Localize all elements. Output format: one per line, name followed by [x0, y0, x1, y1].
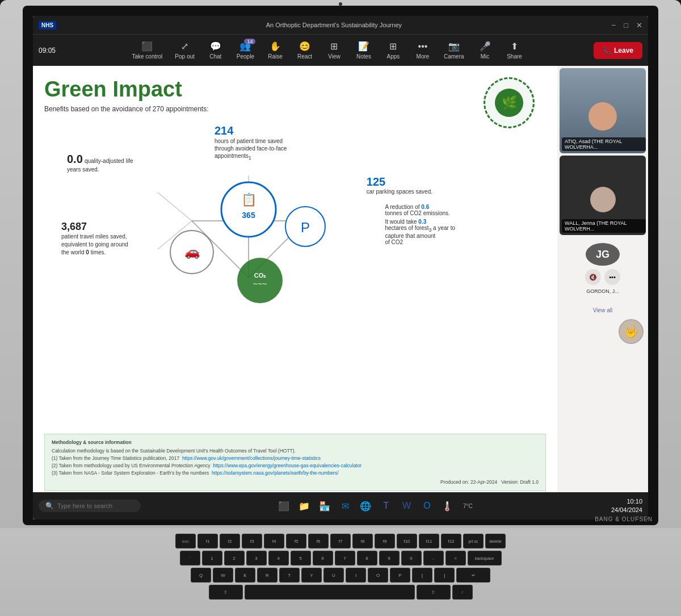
- notes-button[interactable]: 📝 Notes: [350, 37, 378, 63]
- screen-content: NHS An Orthoptic Department's Sustainabi…: [33, 16, 648, 519]
- people-button[interactable]: 👥 14 People: [231, 37, 260, 63]
- key-f11[interactable]: f11: [419, 534, 439, 548]
- key-4[interactable]: 4: [268, 551, 289, 565]
- taskview-icon[interactable]: ⬛: [275, 497, 293, 515]
- key-enter[interactable]: ↵: [456, 568, 490, 583]
- search-input[interactable]: [57, 502, 131, 509]
- mail-icon[interactable]: ✉: [336, 497, 354, 515]
- camera-button[interactable]: 📷 Camera: [438, 37, 470, 63]
- key-t[interactable]: T: [279, 568, 300, 583]
- stat-travel-miles: 3,687 patient travel miles saved,equival…: [61, 221, 128, 257]
- key-1[interactable]: 1: [202, 551, 222, 565]
- key-u[interactable]: U: [323, 568, 344, 583]
- phone-icon: 📞: [603, 47, 611, 55]
- key-f9[interactable]: f9: [375, 534, 395, 548]
- explorer-icon[interactable]: 📁: [295, 497, 313, 515]
- keyboard-row-qwerty: Q W E R T Y U I O P [ ] ↵: [34, 568, 647, 583]
- svg-text:365: 365: [242, 211, 255, 220]
- toolbar-items: ⬛ Take control ⤢ Pop out 💬 Chat: [64, 37, 591, 63]
- maximize-button[interactable]: □: [624, 21, 628, 30]
- stat-co2: A reduction of 0.6 tonnes of CO2 emissio…: [385, 204, 455, 245]
- key-lbracket[interactable]: [: [412, 568, 432, 583]
- leave-button[interactable]: 📞 Leave: [594, 42, 642, 59]
- key-w[interactable]: W: [213, 568, 233, 583]
- key-esc[interactable]: esc: [175, 534, 196, 548]
- raise-button[interactable]: ✋ Raise: [261, 37, 289, 63]
- key-q[interactable]: Q: [191, 568, 211, 583]
- key-f1[interactable]: f1: [197, 534, 218, 548]
- key-rbracket[interactable]: ]: [434, 568, 455, 583]
- teams-icon[interactable]: T: [377, 497, 395, 515]
- view-all-button[interactable]: View all: [593, 307, 612, 313]
- store-icon[interactable]: 🏪: [316, 497, 334, 515]
- chat-button[interactable]: 💬 Chat: [201, 37, 230, 63]
- key-prtsc[interactable]: prt sc: [463, 534, 484, 548]
- key-f5[interactable]: f5: [286, 534, 306, 548]
- weather-icon[interactable]: 🌡️: [438, 497, 456, 515]
- taskbar: 🔍 ⬛ 📁 🏪 ✉ 🌐 T W O 🌡️ 7°C: [33, 492, 648, 519]
- teams-titlebar: NHS An Orthoptic Department's Sustainabi…: [33, 16, 648, 34]
- key-f3[interactable]: f3: [242, 534, 262, 548]
- key-0[interactable]: 0: [401, 551, 422, 565]
- key-i[interactable]: I: [346, 568, 366, 583]
- pop-out-button[interactable]: ⤢ Pop out: [169, 37, 200, 63]
- key-8[interactable]: 8: [357, 551, 377, 565]
- key-r[interactable]: R: [257, 568, 278, 583]
- participant-gordon-more[interactable]: •••: [604, 269, 620, 285]
- camera-label: Camera: [444, 53, 464, 60]
- meeting-area: 🌿 Green Impact Benefits based on the avo…: [33, 66, 648, 519]
- key-6[interactable]: 6: [313, 551, 333, 565]
- version-label: Version: Draft 1.0: [501, 479, 539, 485]
- participant-gordon-mic-off[interactable]: 🔇: [585, 269, 601, 285]
- key-shift-right[interactable]: ⇧: [417, 585, 451, 600]
- word-icon[interactable]: W: [397, 497, 415, 515]
- key-f8[interactable]: f8: [352, 534, 373, 548]
- camera-icon: 📷: [448, 41, 460, 52]
- close-button[interactable]: ✕: [636, 21, 642, 30]
- stat-car-parking: 125 car parking spaces saved.: [367, 175, 432, 195]
- key-p[interactable]: P: [390, 568, 410, 583]
- mic-icon: 🎤: [480, 41, 491, 52]
- edge-icon[interactable]: 🌐: [356, 497, 375, 515]
- key-y[interactable]: Y: [301, 568, 322, 583]
- taskbar-icons: ⬛ 📁 🏪 ✉ 🌐 T W O 🌡️ 7°C: [144, 497, 608, 515]
- react-button[interactable]: 😊 React: [291, 37, 319, 63]
- key-3[interactable]: 3: [246, 551, 267, 565]
- outlook-icon[interactable]: O: [418, 497, 436, 515]
- key-5[interactable]: 5: [291, 551, 311, 565]
- key-e[interactable]: E: [235, 568, 255, 583]
- key-backspace[interactable]: backspace: [468, 551, 502, 565]
- more-button[interactable]: ••• More: [409, 38, 437, 63]
- view-button[interactable]: ⊞ View: [320, 37, 348, 63]
- key-delete[interactable]: delete: [485, 534, 506, 548]
- take-control-button[interactable]: ⬛ Take control: [126, 37, 168, 63]
- key-f12[interactable]: f12: [441, 534, 461, 548]
- mic-button[interactable]: 🎤 Mic: [471, 37, 499, 63]
- key-grave[interactable]: `: [180, 551, 200, 565]
- key-f6[interactable]: f6: [308, 534, 329, 548]
- participant-jenna-name: WALL, Jenna (THE ROYAL WOLVERH...: [562, 219, 646, 233]
- interpreter-container: 🤟: [560, 319, 646, 344]
- key-o[interactable]: O: [368, 568, 388, 583]
- key-f4[interactable]: f4: [264, 534, 284, 548]
- key-space[interactable]: [245, 585, 415, 600]
- stat-quality-life: 0.0 quality-adjusted lifeyears saved.: [67, 153, 133, 173]
- slide-content: 🌿 Green Impact Benefits based on the avo…: [44, 77, 546, 508]
- svg-text:CO₂: CO₂: [254, 272, 267, 279]
- key-minus[interactable]: -: [423, 551, 444, 565]
- meeting-time: 09:05: [39, 47, 61, 55]
- key-9[interactable]: 9: [379, 551, 400, 565]
- key-arrow-up[interactable]: ↑: [452, 585, 473, 600]
- key-f7[interactable]: f7: [330, 534, 351, 548]
- key-f2[interactable]: f2: [220, 534, 240, 548]
- key-f10[interactable]: f10: [397, 534, 417, 548]
- apps-button[interactable]: ⊞ Apps: [379, 37, 407, 63]
- notes-icon: 📝: [358, 41, 369, 52]
- minimize-button[interactable]: −: [612, 21, 616, 30]
- key-7[interactable]: 7: [335, 551, 355, 565]
- key-equals[interactable]: =: [445, 551, 466, 565]
- key-2[interactable]: 2: [224, 551, 245, 565]
- share-button[interactable]: ⬆ Share: [501, 37, 529, 63]
- key-shift-left[interactable]: ⇧: [209, 585, 243, 600]
- svg-text:P: P: [301, 220, 310, 235]
